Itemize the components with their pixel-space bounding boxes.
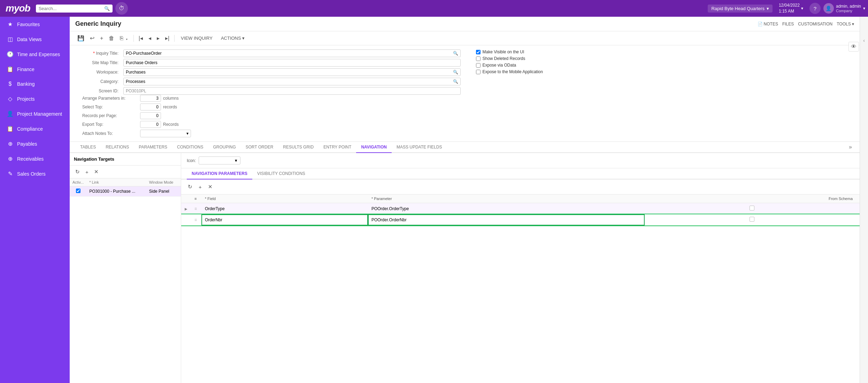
user-button[interactable]: 👤 admin, admin Company ▾ — [823, 3, 865, 14]
category-input[interactable]: Processes 🔍 — [123, 78, 461, 85]
active-checkbox-cell[interactable] — [70, 186, 86, 197]
icon-select[interactable]: ▾ — [199, 156, 240, 164]
sidebar-item-compliance[interactable]: 📋 Compliance — [0, 121, 70, 136]
project-mgmt-icon: 👤 — [7, 110, 14, 117]
workspace-input[interactable]: Purchases 🔍 — [123, 68, 461, 76]
table-row[interactable]: PO301000 - Purchase ... Side Panel — [70, 186, 181, 197]
search-bar[interactable]: 🔍 — [36, 5, 113, 13]
help-button[interactable]: ? — [809, 3, 821, 14]
undo-button[interactable]: ↩ — [88, 33, 97, 43]
tab-results-grid[interactable]: RESULTS GRID — [278, 142, 318, 153]
site-map-title-input[interactable]: Purchase Orders — [123, 59, 461, 67]
eye-button[interactable]: 👁 — [848, 42, 859, 52]
sidebar-item-projects[interactable]: ◇ Projects — [0, 91, 70, 106]
from-schema-cell[interactable] — [645, 214, 860, 225]
view-inquiry-button[interactable]: VIEW INQUIRY — [177, 34, 216, 43]
col-drag: ≡ — [191, 194, 201, 203]
prev-button[interactable]: ◂ — [146, 33, 153, 43]
sidebar-item-label: Receivables — [17, 156, 44, 162]
sidebar-item-receivables[interactable]: ⊕ Receivables — [0, 151, 70, 166]
inquiry-title-input[interactable]: PO-PurchaseOrder 🔍 — [123, 49, 461, 57]
field-cell[interactable]: OrderType — [201, 203, 368, 214]
expand-cell[interactable]: ▶ — [181, 203, 191, 214]
sidebar-item-favourites[interactable]: ★ Favourites — [0, 17, 70, 32]
save-button[interactable]: 💾 — [75, 33, 86, 43]
actions-button[interactable]: ACTIONS ▾ — [217, 34, 248, 43]
tab-relations[interactable]: RELATIONS — [101, 142, 134, 153]
expose-mobile-checkbox[interactable] — [476, 70, 481, 74]
active-checkbox[interactable] — [76, 189, 80, 193]
window-mode-cell[interactable]: Side Panel — [146, 186, 181, 197]
refresh-targets-button[interactable]: ↻ — [73, 168, 82, 176]
tab-sort-order[interactable]: SORT ORDER — [241, 142, 278, 153]
link-cell[interactable]: PO301000 - Purchase ... — [86, 186, 146, 197]
next-button[interactable]: ▸ — [155, 33, 162, 43]
table-row[interactable]: ≡ OrderNbr POOrder.OrderNbr — [181, 214, 860, 225]
expand-cell[interactable] — [181, 214, 191, 225]
delete-param-button[interactable]: ✕ — [206, 182, 215, 191]
make-visible-label: Make Visible on the UI — [483, 49, 524, 54]
expose-odata-checkbox[interactable] — [476, 63, 481, 68]
tab-conditions[interactable]: CONDITIONS — [172, 142, 208, 153]
arrange-params-value[interactable]: 3 — [140, 95, 161, 102]
from-schema-checkbox[interactable] — [750, 217, 754, 222]
attach-notes-dropdown[interactable]: ▾ — [140, 130, 191, 137]
history-button[interactable]: ⏱ — [115, 2, 128, 15]
tab-navigation[interactable]: NAVIGATION — [356, 142, 392, 153]
notes-link[interactable]: 📄 NOTES — [758, 22, 778, 26]
add-button[interactable]: + — [98, 34, 105, 43]
from-schema-cell[interactable] — [645, 203, 860, 214]
select-top-value[interactable]: 0 — [140, 104, 161, 110]
data-views-icon: ◫ — [7, 36, 14, 43]
delete-target-button[interactable]: ✕ — [92, 168, 101, 176]
myob-logo: myob — [3, 3, 33, 14]
sidebar-item-label: Time and Expenses — [17, 52, 60, 57]
toolbar-divider-2 — [174, 35, 175, 42]
sidebar-item-data-views[interactable]: ◫ Data Views — [0, 32, 70, 47]
datetime-selector[interactable]: 12/04/2022 1:15 AM ▾ — [775, 1, 807, 16]
export-top-value[interactable]: 0 — [140, 121, 161, 128]
tab-grouping[interactable]: GROUPING — [208, 142, 240, 153]
sidebar-item-project-management[interactable]: 👤 Project Management — [0, 106, 70, 121]
add-param-button[interactable]: + — [196, 183, 204, 191]
params-toolbar: ↻ + ✕ — [181, 179, 860, 194]
make-visible-checkbox[interactable] — [476, 50, 481, 54]
first-button[interactable]: |◂ — [137, 33, 145, 43]
field-cell[interactable]: OrderNbr — [201, 214, 368, 225]
add-target-button[interactable]: + — [83, 168, 91, 176]
tab-tables[interactable]: TABLES — [75, 142, 101, 153]
parameter-cell[interactable]: POOrder.OrderNbr — [368, 214, 645, 225]
records-per-page-value[interactable]: 0 — [140, 112, 161, 119]
attach-notes-dropdown-icon: ▾ — [186, 131, 189, 136]
sidebar-item-time-expenses[interactable]: 🕐 Time and Expenses — [0, 47, 70, 62]
company-name: Rapid Byte Head Quarters — [711, 6, 764, 11]
delete-button[interactable]: 🗑 — [107, 34, 116, 43]
tools-link[interactable]: TOOLS ▾ — [837, 22, 854, 26]
copy-button[interactable]: ⎘ ▾ — [118, 34, 130, 43]
customisation-link[interactable]: CUSTOMISATION — [798, 22, 832, 26]
sidebar-item-banking[interactable]: $ Banking — [0, 77, 70, 91]
last-button[interactable]: ▸| — [163, 33, 171, 43]
files-link[interactable]: FILES — [782, 22, 794, 26]
search-input[interactable] — [39, 6, 102, 11]
col-active: Activ... — [70, 178, 86, 186]
parameter-cell[interactable]: POOrder.OrderType — [368, 203, 645, 214]
sidebar-item-label: Sales Orders — [17, 171, 46, 177]
sidebar-item-sales-orders[interactable]: ✎ Sales Orders — [0, 166, 70, 181]
tab-mass-update[interactable]: MASS UPDATE FIELDS — [392, 142, 447, 153]
tabs-more-button[interactable]: » — [847, 143, 854, 152]
sub-tab-visibility-conditions[interactable]: VISIBILITY CONDITIONS — [252, 168, 310, 179]
side-collapse-button[interactable]: ‹ — [860, 17, 868, 383]
refresh-params-button[interactable]: ↻ — [185, 182, 195, 191]
from-schema-checkbox[interactable] — [750, 206, 754, 210]
notes-icon: 📄 — [758, 22, 763, 26]
company-selector[interactable]: Rapid Byte Head Quarters ▾ — [708, 5, 772, 13]
company-dropdown-icon: ▾ — [767, 6, 769, 11]
sub-tab-navigation-params[interactable]: NAVIGATION PARAMETERS — [187, 168, 252, 179]
sidebar-item-finance[interactable]: 📋 Finance — [0, 62, 70, 77]
sidebar-item-payables[interactable]: ⊕ Payables — [0, 136, 70, 151]
table-row[interactable]: ▶ ≡ OrderType POOrder.OrderType — [181, 203, 860, 214]
tab-parameters[interactable]: PARAMETERS — [134, 142, 172, 153]
tab-entry-point[interactable]: ENTRY POINT — [318, 142, 356, 153]
show-deleted-checkbox[interactable] — [476, 56, 481, 61]
